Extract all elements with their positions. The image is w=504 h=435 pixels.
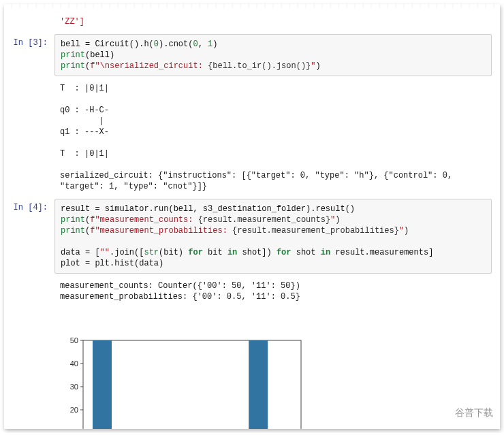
code-cell-4[interactable]: result = simulator.run(bell, s3_destinat… bbox=[54, 199, 492, 274]
output-cell-4-chart: 010203040500011 bbox=[54, 310, 492, 429]
prompt-out-3 bbox=[12, 80, 54, 83]
prompt-in-3: In [3]: bbox=[12, 34, 54, 49]
svg-text:30: 30 bbox=[70, 383, 78, 391]
prompt-in-4: In [4]: bbox=[12, 199, 54, 214]
svg-text:40: 40 bbox=[70, 359, 78, 368]
output-cell-3: T : |0|1| q0 : -H-C- | q1 : ---X- T : |0… bbox=[54, 80, 492, 195]
svg-text:50: 50 bbox=[70, 336, 78, 344]
watermark-label: 谷普下载 bbox=[451, 406, 497, 421]
output-cell-4-text: measurement_counts: Counter({'00': 50, '… bbox=[54, 278, 492, 305]
code-cell-3[interactable]: bell = Circuit().h(0).cnot(0, 1) print(b… bbox=[54, 34, 492, 76]
svg-rect-13 bbox=[93, 340, 112, 429]
prompt-empty bbox=[12, 14, 54, 16]
svg-rect-0 bbox=[83, 340, 301, 429]
fragment-output: 'ZZ'] bbox=[54, 14, 492, 30]
fragment-text: 'ZZ'] bbox=[60, 17, 84, 27]
prompt-out-4 bbox=[12, 278, 54, 280]
svg-text:20: 20 bbox=[70, 406, 78, 414]
svg-rect-14 bbox=[249, 340, 268, 429]
histogram-plot: 010203040500011 bbox=[60, 335, 305, 429]
